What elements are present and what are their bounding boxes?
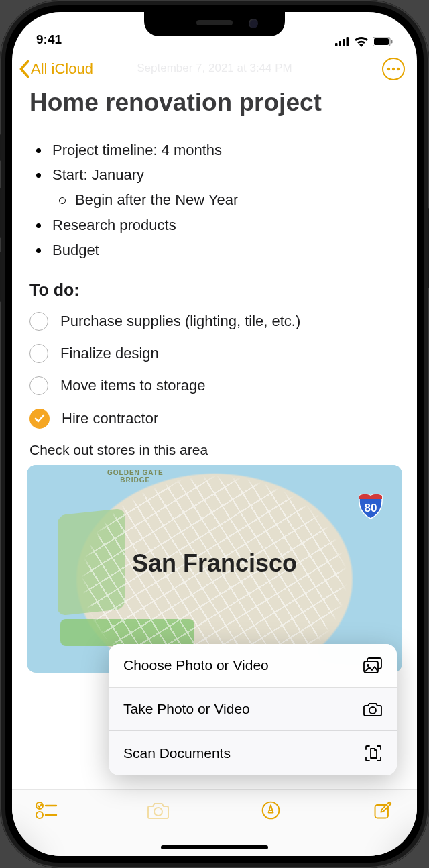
todo-label[interactable]: Purchase supplies (lighting, tile, etc.) [60,313,300,330]
svg-rect-3 [347,37,349,46]
camera-button[interactable] [147,800,170,820]
map-attachment[interactable]: GOLDEN GATEBRIDGE 80 San Francisco [27,465,402,673]
list-item[interactable]: Budget [29,237,400,262]
svg-rect-1 [339,41,342,46]
city-label: San Francisco [27,549,402,578]
checkbox-empty-icon[interactable] [29,376,48,395]
todo-list: Purchase supplies (lighting, tile, etc.)… [29,312,400,429]
todo-label[interactable]: Hire contractor [62,410,158,427]
note-date: September 7, 2021 at 3:44 PM [12,62,417,75]
svg-rect-0 [335,43,338,46]
camera-icon [363,702,382,716]
list-subitem[interactable]: Begin after the New Year [52,187,400,212]
menu-choose-photo[interactable]: Choose Photo or Video [109,644,397,688]
svg-rect-2 [343,39,345,46]
todo-label[interactable]: Finalize design [60,345,159,362]
map-caption[interactable]: Check out stores in this area [29,442,400,458]
todo-item[interactable]: Purchase supplies (lighting, tile, etc.) [29,312,400,331]
menu-label: Choose Photo or Video [123,657,269,673]
svg-point-17 [36,812,43,818]
status-icons [335,36,393,47]
todo-item[interactable]: Hire contractor [29,409,400,429]
svg-rect-5 [374,38,389,45]
bullet-list[interactable]: Project timeline: 4 months Start: Januar… [29,138,400,263]
home-indicator[interactable] [161,845,268,849]
status-time: 9:41 [36,32,62,47]
todo-item[interactable]: Finalize design [29,344,400,363]
svg-rect-6 [391,40,393,44]
checkbox-empty-icon[interactable] [29,312,48,331]
note-title[interactable]: Home renovation project [29,89,400,117]
svg-point-14 [369,707,376,714]
todo-label[interactable]: Move items to storage [60,377,205,394]
svg-text:80: 80 [365,502,377,514]
list-item[interactable]: Research products [29,213,400,237]
cellular-icon [335,37,350,46]
battery-icon [373,37,393,46]
menu-take-photo[interactable]: Take Photo or Video [109,688,397,731]
menu-label: Scan Documents [123,745,231,761]
document-scan-icon [365,745,382,762]
bridge-label: GOLDEN GATEBRIDGE [107,469,164,484]
list-item-text: Start: January [52,166,144,183]
menu-scan-documents[interactable]: Scan Documents [109,731,397,775]
camera-menu-popup: Choose Photo or Video Take Photo or Vide… [109,644,397,775]
svg-point-13 [367,664,369,667]
todo-heading[interactable]: To do: [29,280,400,300]
menu-label: Take Photo or Video [123,701,250,717]
note-content[interactable]: September 7, 2021 at 3:44 PM Home renova… [12,89,417,673]
compose-button[interactable] [371,800,394,820]
wifi-icon [354,36,369,47]
list-item[interactable]: Project timeline: 4 months [29,138,400,162]
photo-library-icon [363,657,382,673]
checkbox-checked-icon[interactable] [29,409,50,429]
checkbox-empty-icon[interactable] [29,344,48,363]
interstate-shield-icon: 80 [357,492,385,520]
markup-button[interactable] [259,800,282,820]
list-item[interactable]: Start: January Begin after the New Year [29,162,400,213]
checklist-button[interactable] [35,800,58,820]
todo-item[interactable]: Move items to storage [29,376,400,395]
svg-point-19 [154,808,162,816]
